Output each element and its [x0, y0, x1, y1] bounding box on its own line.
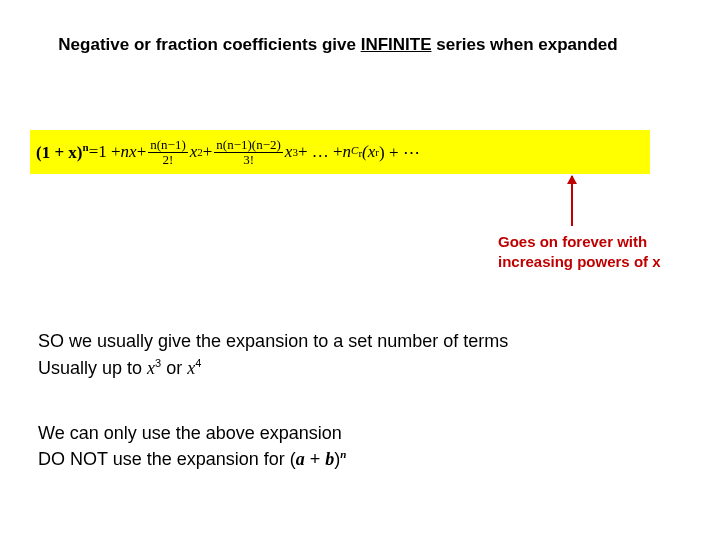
body2-line1: We can only use the above expansion: [38, 420, 346, 446]
body1-or: or: [161, 358, 187, 378]
title-text-1: Negative or fraction coefficients give: [58, 35, 360, 54]
xr-r: ) + ⋯: [379, 142, 420, 163]
frac-1-den: 2!: [161, 153, 176, 167]
body2-plus: +: [305, 449, 326, 469]
annotation-text: Goes on forever with increasing powers o…: [498, 232, 708, 271]
arrow-icon: [571, 176, 573, 226]
term-3-plus: +: [203, 142, 213, 162]
xr-l: (x: [362, 142, 375, 161]
body1-l2-text: Usually up to: [38, 358, 147, 378]
term-4-x: x: [285, 142, 293, 161]
lhs-base: (1 + x): [36, 143, 83, 162]
slide-title: Negative or fraction coefficients give I…: [58, 34, 618, 57]
body2-n: n: [340, 448, 346, 460]
title-text-2: series when expanded: [432, 35, 618, 54]
frac-2: n(n−1)(n−2) 3!: [214, 138, 282, 166]
body-paragraph-2: We can only use the above expansion DO N…: [38, 420, 346, 472]
body1-x4: x: [187, 358, 195, 378]
body2-line2: DO NOT use the expansion for (a + b)n: [38, 446, 346, 472]
term-2-plus: +: [137, 142, 147, 162]
binomial-formula: (1 + x)n = 1 + nx + n(n−1) 2! x2 + n(n−1…: [30, 130, 650, 174]
frac-1: n(n−1) 2!: [148, 138, 188, 166]
term-2-x: x: [129, 142, 137, 161]
frac-1-num: n(n−1): [148, 138, 188, 153]
term-4-plus: + … +: [298, 142, 343, 162]
body1-line2: Usually up to x3 or x4: [38, 355, 508, 382]
eq: =: [89, 142, 99, 162]
term-1: 1 +: [98, 142, 120, 162]
body2-l2-text: DO NOT use the expansion for: [38, 449, 290, 469]
body1-line1: SO we usually give the expansion to a se…: [38, 328, 508, 355]
body-paragraph-1: SO we usually give the expansion to a se…: [38, 328, 508, 382]
term-3-x: x: [190, 142, 198, 161]
body1-x3: x: [147, 358, 155, 378]
frac-2-num: n(n−1)(n−2): [214, 138, 282, 153]
body2-b: b: [325, 449, 334, 469]
body1-x4e: 4: [195, 357, 201, 369]
body2-a: a: [296, 449, 305, 469]
ncr-C-sub: Cr: [351, 144, 362, 159]
term-2-n: n: [121, 142, 130, 161]
ncr-n: n: [343, 142, 352, 161]
frac-2-den: 3!: [241, 153, 256, 167]
title-infinite: INFINITE: [361, 35, 432, 54]
